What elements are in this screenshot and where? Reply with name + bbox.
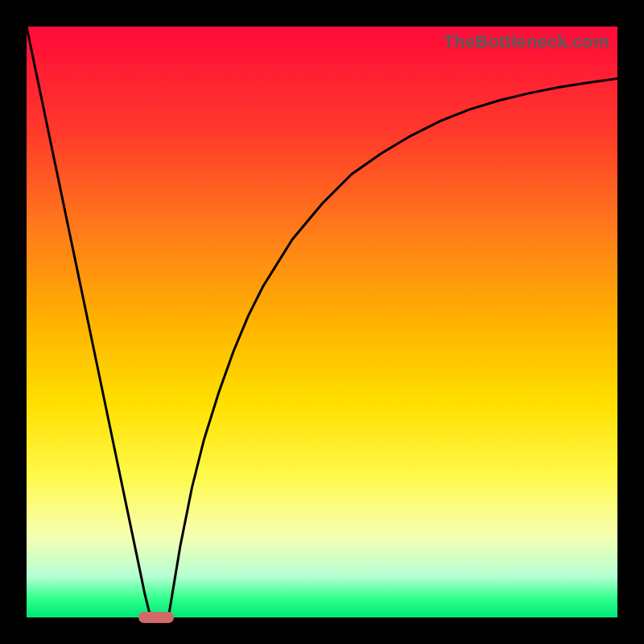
curve-right-arm bbox=[168, 79, 617, 617]
chart-plot-area: TheBottleneck.com bbox=[27, 27, 617, 617]
chart-frame: TheBottleneck.com bbox=[0, 0, 644, 644]
curve-left-arm bbox=[27, 27, 151, 617]
curve-layer bbox=[27, 27, 617, 617]
bottleneck-marker bbox=[138, 612, 174, 623]
